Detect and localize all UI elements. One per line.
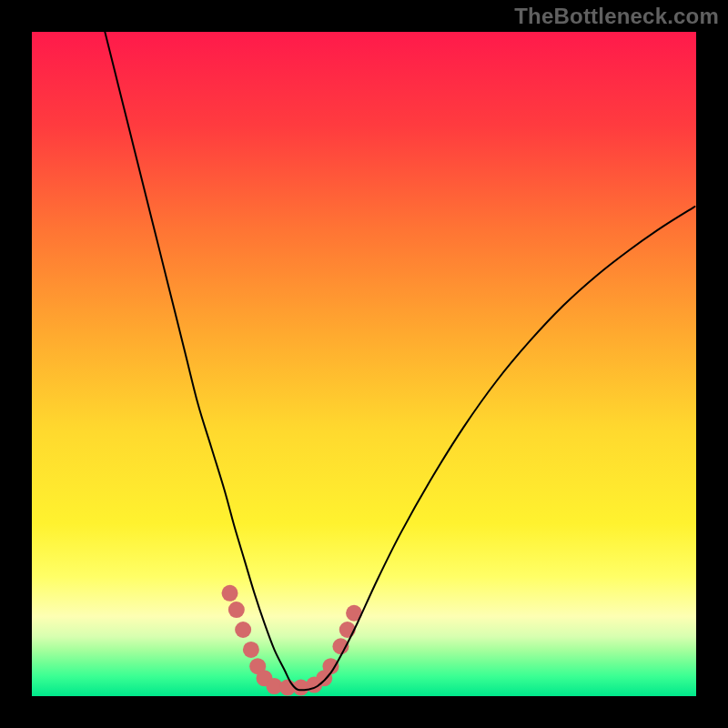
svg-point-3 bbox=[235, 622, 251, 638]
svg-point-2 bbox=[228, 602, 245, 618]
svg-point-14 bbox=[339, 622, 356, 638]
bottleneck-curve bbox=[105, 32, 694, 690]
svg-point-4 bbox=[243, 642, 259, 658]
cluster-dots bbox=[222, 585, 363, 696]
curve-layer bbox=[32, 32, 696, 696]
chart-frame: TheBottleneck.com bbox=[0, 0, 728, 728]
svg-point-1 bbox=[222, 585, 238, 602]
plot-area bbox=[32, 32, 696, 696]
watermark-label: TheBottleneck.com bbox=[514, 4, 719, 29]
